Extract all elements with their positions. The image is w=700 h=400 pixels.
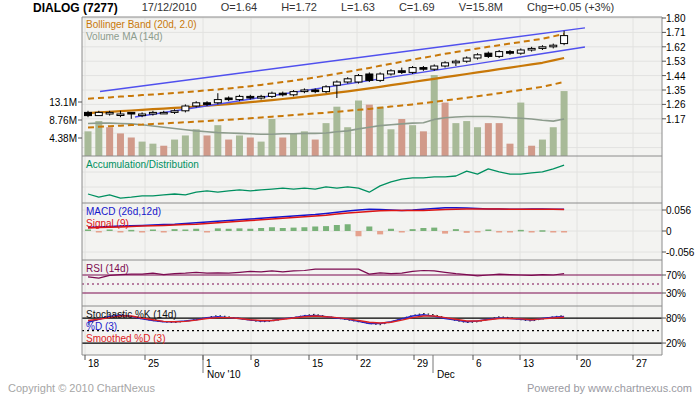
legend-macd: MACD (26d,12d) <box>86 206 161 217</box>
volume-axis-label: 13.1M <box>0 97 77 108</box>
date-tick-label: 1 <box>206 358 212 369</box>
rsi-axis-label: 30% <box>666 288 686 299</box>
price-axis-label: 1.17 <box>666 114 685 125</box>
stoch-axis-label: 20% <box>666 338 686 349</box>
legend-stochastic-d: %D (3) <box>86 321 117 332</box>
macd-axis-label: 0 <box>666 226 672 237</box>
date-tick-label: 13 <box>523 358 534 369</box>
month-label: Dec <box>437 369 455 380</box>
price-axis-label: 1.35 <box>666 85 685 96</box>
legend-stochastic-k: Stochastic %K (14d) <box>86 309 177 320</box>
date-tick-label: 15 <box>312 358 323 369</box>
volume-axis-label: 8.76M <box>0 115 77 126</box>
price-axis-label: 1.26 <box>666 99 685 110</box>
legend-volume-ma: Volume MA (14d) <box>86 31 163 42</box>
quote-high: H=1.72 <box>281 1 317 15</box>
date-tick-label: 8 <box>254 358 260 369</box>
date-tick-label: 27 <box>636 358 647 369</box>
copyright-text: Copyright © 2010 ChartNexus <box>8 382 155 394</box>
date-tick-label: 20 <box>580 358 591 369</box>
symbol-title: DIALOG (7277) <box>33 1 118 15</box>
legend-accumulation-distribution: Accumulation/Distribution <box>86 159 199 170</box>
price-axis-label: 1.53 <box>666 56 685 67</box>
date-tick-label: 6 <box>476 358 482 369</box>
volume-axis-label: 4.38M <box>0 133 77 144</box>
macd-axis-label: -0.056 <box>666 247 694 258</box>
chartnexus-window: DIALOG (7277) 17/12/2010 O=1.64 H=1.72 L… <box>0 0 700 400</box>
legend-signal: Signal (9) <box>86 218 129 229</box>
date-tick-label: 22 <box>360 358 371 369</box>
month-label: Nov '10 <box>207 369 241 380</box>
legend-bollinger-band: Bollinger Band (20d, 2.0) <box>86 19 197 30</box>
quote-low: L=1.63 <box>341 1 375 15</box>
quote-header: DIALOG (7277) 17/12/2010 O=1.64 H=1.72 L… <box>33 1 614 15</box>
price-axis-label: 1.44 <box>666 71 685 82</box>
stoch-axis-label: 80% <box>666 313 686 324</box>
price-axis-label: 1.71 <box>666 27 685 38</box>
date-tick-label: 25 <box>148 358 159 369</box>
powered-by-link[interactable]: Powered by www.chartnexus.com <box>527 382 692 394</box>
quote-date: 17/12/2010 <box>142 1 197 15</box>
price-axis-label: 1.80 <box>666 13 685 24</box>
quote-change: Chg=+0.05 (+3%) <box>527 1 614 15</box>
rsi-axis-label: 70% <box>666 270 686 281</box>
macd-axis-label: 0.056 <box>666 205 691 216</box>
quote-open: O=1.64 <box>221 1 257 15</box>
date-tick-label: 18 <box>88 358 99 369</box>
date-tick-label: 29 <box>417 358 428 369</box>
quote-volume: V=15.8M <box>459 1 503 15</box>
legend-smoothed-d: Smoothed %D (3) <box>86 333 165 344</box>
legend-rsi: RSI (14d) <box>86 263 129 274</box>
price-axis-label: 1.62 <box>666 42 685 53</box>
quote-close: C=1.69 <box>399 1 435 15</box>
